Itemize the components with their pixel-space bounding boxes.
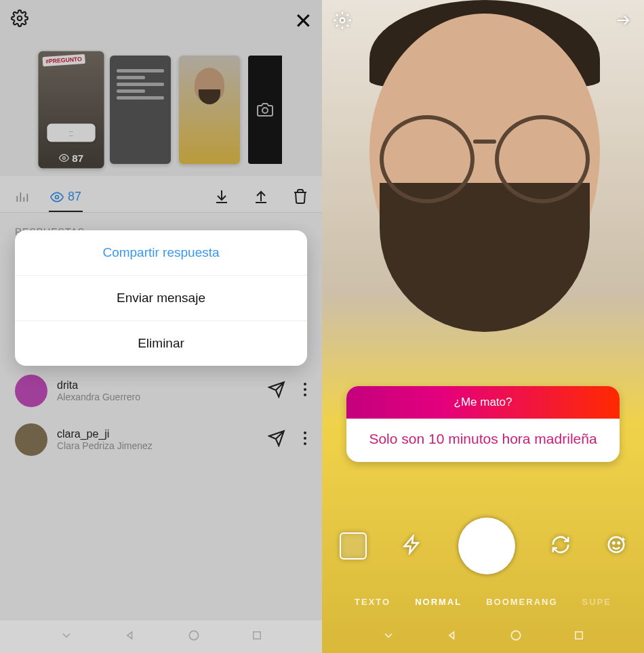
nav-back-icon[interactable] [123, 629, 137, 645]
question-sticker[interactable]: ¿Me mato? Solo son 10 minutos hora madri… [346, 386, 620, 462]
nav-home-icon[interactable] [187, 629, 201, 645]
mode-normal[interactable]: NORMAL [415, 597, 462, 607]
svg-rect-20 [575, 632, 582, 639]
share-response-action[interactable]: Compartir respuesta [15, 230, 307, 275]
shutter-button[interactable] [458, 518, 515, 574]
gear-icon[interactable] [333, 11, 352, 33]
switch-camera-icon[interactable] [550, 534, 571, 557]
sticker-question: ¿Me mato? [346, 386, 620, 419]
nav-recent-icon[interactable] [573, 629, 585, 644]
send-message-action[interactable]: Enviar mensaje [15, 275, 307, 320]
svg-point-17 [613, 542, 615, 544]
nav-back-icon[interactable] [445, 629, 459, 645]
mode-super[interactable]: SUPE [582, 597, 611, 607]
camera-modes: TEXTO NORMAL BOOMERANG SUPE [322, 597, 644, 607]
story-camera-screen: ¿Me mato? Solo son 10 minutos hora madri… [322, 0, 644, 653]
delete-action[interactable]: Eliminar [15, 320, 307, 366]
svg-point-19 [511, 631, 520, 639]
svg-rect-14 [253, 632, 260, 639]
forward-arrow-icon[interactable] [613, 12, 633, 31]
story-insights-screen: ✕ #PREGUNTO ...— 87 [0, 0, 322, 653]
action-sheet: Compartir respuesta Enviar mensaje Elimi… [15, 230, 307, 366]
svg-point-15 [340, 18, 345, 23]
nav-chevron-down-icon[interactable] [60, 629, 73, 645]
svg-point-18 [618, 542, 620, 544]
flash-icon[interactable] [402, 534, 422, 557]
face-filter-icon[interactable] [606, 534, 626, 557]
mode-text[interactable]: TEXTO [355, 597, 390, 607]
nav-chevron-down-icon[interactable] [382, 629, 395, 645]
mode-boomerang[interactable]: BOOMERANG [486, 597, 557, 607]
android-nav-bar [0, 620, 322, 653]
android-nav-bar [322, 620, 644, 653]
nav-recent-icon[interactable] [251, 629, 263, 644]
svg-point-13 [189, 631, 198, 639]
sticker-answer: Solo son 10 minutos hora madrileña [346, 419, 620, 462]
gallery-button[interactable] [340, 532, 367, 560]
nav-home-icon[interactable] [509, 629, 523, 645]
